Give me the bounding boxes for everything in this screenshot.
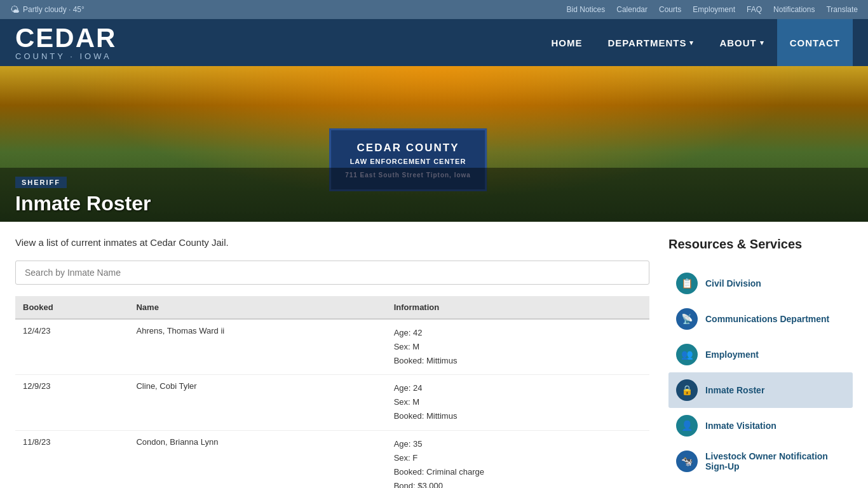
search-input[interactable] <box>15 261 649 285</box>
cell-info: Age: 24Sex: MBooked: Mittimus <box>386 375 649 430</box>
nav-about-label: ABOUT <box>719 37 756 48</box>
sidebar-item-livestock-owner-notification-sign-up[interactable]: 🐄Livestock Owner Notification Sign-Up <box>668 444 853 479</box>
hero-banner: CEDAR COUNTY LAW ENFORCEMENT CENTER 711 … <box>0 66 868 222</box>
info-line: Sex: F <box>394 451 642 465</box>
faq-link[interactable]: FAQ <box>747 5 762 14</box>
sidebar-item-label: Inmate Roster <box>705 385 764 395</box>
hero-overlay: SHERIFF Inmate Roster <box>0 168 868 222</box>
info-line: Age: 24 <box>394 381 642 395</box>
sidebar-item-civil-division[interactable]: 📋Civil Division <box>668 266 853 301</box>
sidebar-item-label: Employment <box>705 349 759 360</box>
nav-departments[interactable]: DEPARTMENTS ▾ <box>595 19 707 66</box>
chevron-down-icon: ▾ <box>689 39 694 47</box>
cell-info: Age: 42Sex: MBooked: Mittimus <box>386 319 649 375</box>
cell-name: Condon, Brianna Lynn <box>128 430 386 488</box>
site-logo[interactable]: CEDAR COUNTY · IOWA <box>15 25 116 61</box>
cell-name: Cline, Cobi Tyler <box>128 375 386 430</box>
table-row: 12/9/23Cline, Cobi TylerAge: 24Sex: MBoo… <box>15 375 649 430</box>
sign-title: CEDAR COUNTY <box>345 139 471 156</box>
table-row: 11/8/23Condon, Brianna LynnAge: 35Sex: F… <box>15 430 649 488</box>
sidebar-icon: 📋 <box>676 273 698 294</box>
sidebar-icon: 👤 <box>676 415 698 437</box>
content-area: View a list of current inmates at Cedar … <box>0 222 868 488</box>
sidebar: Resources & Services 📋Civil Division📡Com… <box>668 237 853 488</box>
employment-link[interactable]: Employment <box>693 5 735 14</box>
translate-link[interactable]: Translate <box>826 5 858 14</box>
page-title: Inmate Roster <box>15 192 853 215</box>
breadcrumb: SHERIFF <box>15 177 67 188</box>
nav-about[interactable]: ABOUT ▾ <box>707 19 776 66</box>
intro-text: View a list of current inmates at Cedar … <box>15 237 649 248</box>
chevron-down-icon: ▾ <box>760 39 764 47</box>
sidebar-item-label: Livestock Owner Notification Sign-Up <box>705 451 845 471</box>
cell-booked: 11/8/23 <box>15 430 128 488</box>
sidebar-item-communications-department[interactable]: 📡Communications Department <box>668 301 853 337</box>
weather-widget: 🌤 Partly cloudy · 45° <box>10 4 85 15</box>
weather-icon: 🌤 <box>10 4 19 15</box>
info-line: Sex: M <box>394 340 642 354</box>
courts-link[interactable]: Courts <box>659 5 681 14</box>
sidebar-title: Resources & Services <box>668 237 853 255</box>
info-line: Age: 35 <box>394 437 642 451</box>
notifications-link[interactable]: Notifications <box>773 5 815 14</box>
sidebar-icon: 🔒 <box>676 379 698 401</box>
info-line: Age: 42 <box>394 326 642 340</box>
logo-subtitle: COUNTY · IOWA <box>15 51 116 61</box>
sidebar-icon: 👥 <box>676 344 698 365</box>
info-line: Booked: Mittimus <box>394 409 642 423</box>
main-nav: CEDAR COUNTY · IOWA HOME DEPARTMENTS ▾ A… <box>0 19 868 66</box>
sidebar-item-label: Communications Department <box>705 314 829 324</box>
cell-booked: 12/4/23 <box>15 319 128 375</box>
calendar-link[interactable]: Calendar <box>616 5 648 14</box>
sidebar-item-label: Civil Division <box>705 278 761 288</box>
sidebar-item-inmate-roster[interactable]: 🔒Inmate Roster <box>668 372 853 408</box>
main-content: View a list of current inmates at Cedar … <box>15 237 649 488</box>
col-booked: Booked <box>15 296 128 319</box>
bid-notices-link[interactable]: Bid Notices <box>567 5 606 14</box>
sidebar-icon: 🐄 <box>676 451 698 472</box>
info-line: Sex: M <box>394 395 642 409</box>
utility-links: Bid Notices Calendar Courts Employment F… <box>567 5 858 14</box>
table-row: 12/4/23Ahrens, Thomas Ward iiAge: 42Sex:… <box>15 319 649 375</box>
cell-name: Ahrens, Thomas Ward ii <box>128 319 386 375</box>
sidebar-items: 📋Civil Division📡Communications Departmen… <box>668 266 853 479</box>
sidebar-item-inmate-visitation[interactable]: 👤Inmate Visitation <box>668 408 853 444</box>
nav-contact[interactable]: CONTACT <box>777 19 853 66</box>
inmate-table: Booked Name Information 12/4/23Ahrens, T… <box>15 296 649 488</box>
cell-booked: 12/9/23 <box>15 375 128 430</box>
col-info: Information <box>386 296 649 319</box>
nav-links: HOME DEPARTMENTS ▾ ABOUT ▾ CONTACT <box>538 19 853 66</box>
weather-text: Partly cloudy · 45° <box>23 5 85 14</box>
info-line: Booked: Criminal charge <box>394 465 642 479</box>
sidebar-item-employment[interactable]: 👥Employment <box>668 337 853 372</box>
cell-info: Age: 35Sex: FBooked: Criminal chargeBond… <box>386 430 649 488</box>
sidebar-icon: 📡 <box>676 308 698 330</box>
nav-home[interactable]: HOME <box>538 19 595 66</box>
utility-bar: 🌤 Partly cloudy · 45° Bid Notices Calend… <box>0 0 868 19</box>
nav-departments-label: DEPARTMENTS <box>607 37 686 48</box>
col-name: Name <box>128 296 386 319</box>
info-line: Bond: $3,000 <box>394 479 642 488</box>
sidebar-item-label: Inmate Visitation <box>705 421 776 431</box>
sign-subtitle: LAW ENFORCEMENT CENTER <box>345 156 471 168</box>
logo-name: CEDAR <box>15 25 116 51</box>
info-line: Booked: Mittimus <box>394 354 642 368</box>
